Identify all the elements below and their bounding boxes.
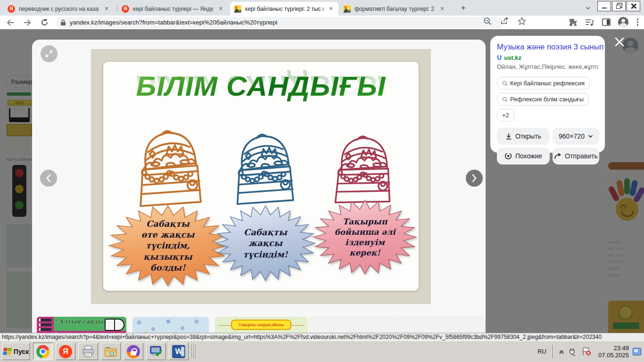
taskbar-avast-button[interactable] <box>124 343 143 360</box>
taskbar-security-button[interactable] <box>146 343 166 360</box>
action-center-flag-icon[interactable] <box>581 347 592 356</box>
related-query-chip[interactable]: Кері байланыс рефлексия <box>497 77 590 90</box>
related-query-chip[interactable]: Рефлексия білім сандығы <box>497 93 589 106</box>
image-card: БІЛІМ САНДЫҒЫ БІЛІМ САНДЫҒЫ <box>103 62 419 291</box>
show-desktop-button[interactable] <box>633 348 641 355</box>
burst-text: Сабақты өте жақсы түсіндім, қызықты болд… <box>107 204 228 287</box>
taskbar-word-button[interactable]: W <box>169 343 189 360</box>
related-thumbnail[interactable] <box>309 317 395 333</box>
image-size-dropdown[interactable]: 960×720 <box>553 128 599 145</box>
close-viewer-icon[interactable] <box>614 37 625 47</box>
treasure-chest-blue <box>228 127 305 212</box>
chevron-down-icon <box>588 134 593 138</box>
power-plug-icon[interactable] <box>568 347 578 356</box>
search-icon <box>502 97 508 102</box>
images-favicon-icon <box>343 5 351 13</box>
tab-separator <box>117 5 117 12</box>
forward-icon[interactable] <box>21 17 34 28</box>
feedback-burst-pink: Тақырып бойынша әлі ізденуім керек! <box>312 199 418 275</box>
treasure-chest-orange <box>130 123 215 214</box>
window-controls <box>597 1 640 11</box>
tab-images-2[interactable]: формативті бағалау түрлері: 2 ты × <box>339 2 452 16</box>
send-image-button[interactable]: Отправить <box>553 148 599 165</box>
windows-taskbar: Пуск Я W RU 23:49 <box>0 341 644 362</box>
language-indicator[interactable]: RU <box>535 348 549 355</box>
side-panel-icon[interactable] <box>602 18 611 26</box>
image-viewer-panel: БІЛІМ САНДЫҒЫ БІЛІМ САНДЫҒЫ <box>32 40 486 333</box>
yandex-browser-icon: Я <box>59 345 72 358</box>
tab-close-icon[interactable]: × <box>103 5 110 13</box>
profile-avatar[interactable] <box>618 17 628 27</box>
lock-icon <box>60 19 66 26</box>
previous-image-button[interactable] <box>40 170 57 187</box>
playlist-music-icon[interactable] <box>585 18 594 26</box>
related-thumbnail-altyn-sandyk[interactable]: "Алтын сандық" Сандарды өз сандықтарына … <box>37 317 126 333</box>
address-bar[interactable]: yandex.kz/images/search?from=tabbar&text… <box>56 17 504 28</box>
zoom-out-icon[interactable] <box>483 17 492 25</box>
tab-search-chevron-icon[interactable] <box>585 5 591 11</box>
taskbar-chrome-button[interactable] <box>33 343 53 360</box>
extensions-puzzle-icon[interactable] <box>569 18 578 27</box>
open-image-button[interactable]: Открыть <box>497 128 550 145</box>
main-image[interactable]: БІЛІМ САНДЫҒЫ БІЛІМ САНДЫҒЫ <box>91 49 431 304</box>
feedback-burst-blue: Сабақты жақсы түсіндім! <box>215 205 316 282</box>
clock-date: 07.05.2025 <box>598 352 629 359</box>
feedback-burst-orange: Сабақты өте жақсы түсіндім, қызықты болд… <box>107 204 228 287</box>
image-title-reflection: БІЛІМ САНДЫҒЫ <box>103 70 419 101</box>
tab-close-icon[interactable]: × <box>327 5 335 13</box>
minimize-button[interactable] <box>597 1 611 11</box>
more-queries-chip[interactable]: +2 <box>497 109 514 122</box>
similar-images-button[interactable]: Похожие <box>497 148 550 165</box>
taskbar-clock[interactable]: 23:49 07.05.2025 <box>598 345 629 359</box>
image-description: Ойлан, Жұптас,Пікірлес. жеке,жұпта,топта… <box>497 63 598 70</box>
show-hidden-icons-chevron[interactable] <box>559 349 564 354</box>
tab-title: кері байланыс түрлері: 2 тыс изоб <box>245 6 323 12</box>
tab-title: формативті бағалау түрлері: 2 ты <box>355 6 435 12</box>
share-icon[interactable] <box>500 17 509 25</box>
fullscreen-expand-icon[interactable] <box>41 45 58 62</box>
tab-title: кері байланыс түрлері — Яндекс: н <box>133 6 213 12</box>
images-favicon-icon <box>234 5 241 13</box>
taskbar-yandex-button[interactable]: Я <box>56 343 75 360</box>
start-button[interactable]: Пуск <box>2 343 30 360</box>
burst-text: Тақырып бойынша әлі ізденуім керек! <box>312 199 418 275</box>
next-image-button[interactable] <box>466 170 483 187</box>
yandex-favicon-icon: Я <box>122 5 129 13</box>
clock-time: 23:49 <box>598 345 629 352</box>
taskbar-printer-button[interactable] <box>78 343 98 360</box>
back-icon[interactable] <box>4 17 17 28</box>
related-thumbnail[interactable] <box>396 317 486 333</box>
tab-close-icon[interactable]: × <box>438 5 446 13</box>
chrome-icon <box>36 345 50 358</box>
windows-logo-icon <box>3 348 12 355</box>
tab-close-icon[interactable]: × <box>217 5 224 13</box>
related-thumbnail-pattern[interactable] <box>132 317 209 333</box>
taskbar-divider <box>190 345 195 359</box>
related-thumbnail-game[interactable]: Сиқырлы сандық ойыны <box>215 317 308 333</box>
site-link[interactable]: ust.kz <box>504 54 521 61</box>
image-page-title-link[interactable]: Музыка және поэзия 3 сынып <box>497 42 598 51</box>
similar-search-icon <box>504 152 512 160</box>
download-icon <box>505 133 512 140</box>
bookmark-star-icon[interactable] <box>518 17 526 25</box>
site-favicon-icon: U <box>497 54 502 61</box>
search-icon <box>502 81 508 86</box>
tab-translator[interactable]: Я переводчик с русского на казахск × <box>4 2 116 16</box>
open-book-graphic <box>105 319 124 331</box>
taskbar-folder-button[interactable] <box>101 343 121 360</box>
tab-yandex-search[interactable]: Я кері байланыс түрлері — Яндекс: н × <box>118 2 229 16</box>
browser-tab-bar: Я переводчик с русского на казахск × Я к… <box>0 0 644 16</box>
avast-browser-icon <box>127 345 140 358</box>
close-window-button[interactable] <box>627 1 640 11</box>
yandex-favicon-icon: Я <box>8 5 15 13</box>
page-content: Размер Кері КЕРІ БАЙЛАНЫ мады? ан <box>0 29 644 333</box>
browser-menu-icon[interactable] <box>636 17 640 27</box>
printer-icon <box>82 346 95 358</box>
word-icon: W <box>172 345 185 358</box>
new-tab-button[interactable]: + <box>458 3 469 14</box>
security-monitor-icon <box>149 346 163 358</box>
restore-button[interactable] <box>612 1 626 11</box>
screen: Я переводчик с русского на казахск × Я к… <box>0 0 644 362</box>
tab-images-active[interactable]: кері байланыс түрлері: 2 тыс изоб × <box>230 2 339 16</box>
reload-icon[interactable] <box>38 17 51 28</box>
